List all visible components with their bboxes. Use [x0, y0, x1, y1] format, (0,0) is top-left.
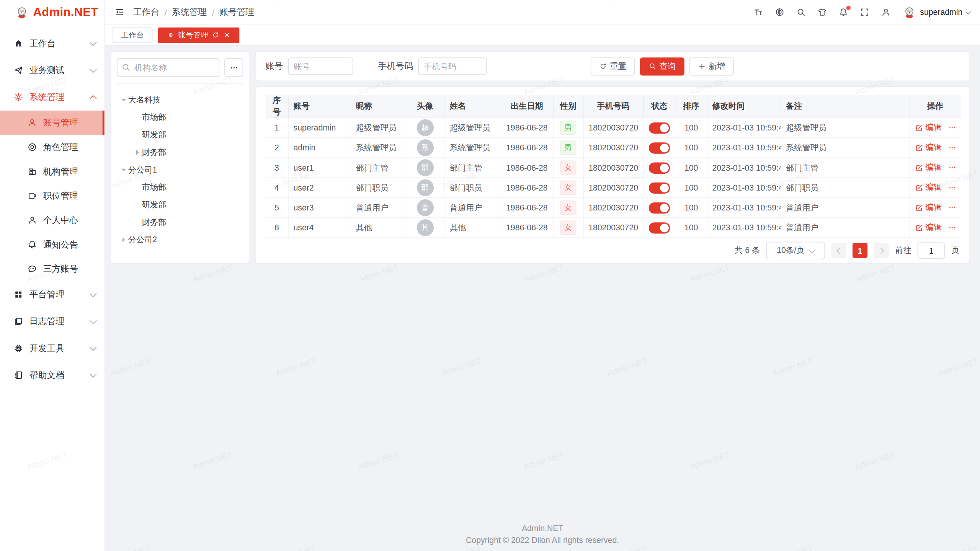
- language-icon-button[interactable]: [775, 8, 784, 17]
- sidebar-item[interactable]: 帮助文档: [0, 362, 105, 388]
- edit-button[interactable]: 编辑: [915, 202, 941, 213]
- sidebar-subitem[interactable]: 机构管理: [0, 159, 105, 184]
- next-page-button[interactable]: [874, 243, 889, 258]
- edit-button[interactable]: 编辑: [915, 222, 941, 233]
- cell-actions: 编辑: [910, 158, 961, 178]
- sidebar-item[interactable]: 业务测试: [0, 57, 105, 84]
- tree-node[interactable]: 分公司2: [117, 231, 243, 249]
- account-label: 账号: [266, 60, 283, 72]
- account-input[interactable]: [288, 57, 353, 75]
- footer-copyright: Copyright © 2022 Dilon All rights reserv…: [105, 534, 980, 546]
- sidebar-item-label: 系统管理: [29, 91, 91, 103]
- cell-actions: 编辑: [910, 218, 961, 238]
- tab-item[interactable]: 工作台: [113, 27, 152, 43]
- org-more-button[interactable]: [224, 58, 243, 77]
- row-more-button[interactable]: [948, 204, 956, 212]
- sidebar-subitem[interactable]: 三方账号: [0, 257, 105, 281]
- cell-status: [643, 118, 676, 138]
- column-header-remark: 备注: [781, 95, 909, 118]
- collapse-sidebar-icon[interactable]: [115, 8, 124, 17]
- tree-node[interactable]: 分公司1: [117, 161, 243, 179]
- sidebar-subitem-label: 角色管理: [43, 142, 78, 153]
- tree-node[interactable]: 研发部: [117, 126, 243, 144]
- sidebar-item[interactable]: 平台管理: [0, 281, 105, 308]
- column-header-phone: 手机号码: [583, 95, 643, 118]
- sidebar-subitem[interactable]: 通知公告: [0, 232, 105, 257]
- tree-node-label: 分公司2: [128, 234, 157, 245]
- sidebar-subitem[interactable]: 角色管理: [0, 135, 105, 160]
- close-icon[interactable]: [223, 31, 231, 39]
- page-number-current[interactable]: 1: [853, 243, 867, 258]
- add-button[interactable]: 新增: [689, 57, 734, 75]
- caret-closed-icon[interactable]: [119, 236, 128, 245]
- breadcrumb-item[interactable]: 工作台: [133, 7, 160, 18]
- sidebar-subitem[interactable]: 账号管理: [0, 111, 105, 135]
- tab-active[interactable]: 账号管理: [158, 27, 239, 43]
- sidebar-subitem[interactable]: 职位管理: [0, 184, 105, 208]
- row-more-button[interactable]: [948, 143, 956, 152]
- tree-node[interactable]: 市场部: [117, 109, 243, 126]
- table-row: 3user1部门主管部部门主管1986-06-28女18020030720100…: [266, 158, 961, 178]
- bell-icon: [28, 240, 37, 249]
- app-window: Admin.NET 工作台业务测试系统管理账号管理角色管理机构管理职位管理个人中…: [0, 0, 980, 551]
- breadcrumb-item[interactable]: 系统管理: [172, 7, 207, 18]
- search-icon-button[interactable]: [796, 8, 805, 17]
- tree-node[interactable]: 财务部: [117, 144, 243, 161]
- cell-phone: 18020030720: [583, 198, 643, 218]
- tree-node[interactable]: 大名科技: [117, 91, 243, 109]
- phone-input[interactable]: [418, 57, 487, 75]
- sidebar-item[interactable]: 日志管理: [0, 308, 105, 335]
- sidebar-item[interactable]: 系统管理: [0, 84, 105, 111]
- table-row: 2admin系统管理员系系统管理员1986-06-28男180200307201…: [266, 138, 961, 158]
- edit-button[interactable]: 编辑: [915, 122, 941, 133]
- breadcrumb-item[interactable]: 账号管理: [219, 7, 254, 18]
- tree-node[interactable]: 市场部: [117, 179, 243, 196]
- fullscreen-icon-button[interactable]: [860, 8, 869, 17]
- org-tree-toolbar: [117, 58, 243, 84]
- sidebar-subitem-label: 三方账号: [43, 263, 78, 274]
- row-more-button[interactable]: [948, 223, 956, 231]
- cell-birthdate: 1986-06-28: [501, 218, 553, 238]
- status-toggle[interactable]: [649, 202, 670, 213]
- caret-open-icon[interactable]: [119, 96, 128, 104]
- status-toggle[interactable]: [649, 142, 670, 153]
- page-label: 页: [951, 245, 959, 256]
- sidebar-subitem[interactable]: 个人中心: [0, 208, 105, 233]
- status-toggle[interactable]: [649, 222, 670, 233]
- row-more-button[interactable]: [948, 163, 956, 171]
- theme-shirt-icon-button[interactable]: [818, 8, 827, 17]
- cell-name: 其他: [444, 218, 501, 238]
- total-count: 共 6 条: [735, 245, 760, 256]
- status-toggle[interactable]: [649, 122, 670, 133]
- font-size-icon-button[interactable]: [754, 8, 763, 17]
- avatar: 部: [416, 159, 433, 176]
- prev-page-button[interactable]: [831, 243, 846, 258]
- reset-button[interactable]: 重置: [591, 57, 635, 75]
- cell-gender: 男: [553, 118, 583, 138]
- user-menu[interactable]: superadmin: [903, 5, 970, 19]
- tree-node[interactable]: 研发部: [117, 196, 243, 214]
- row-more-button[interactable]: [948, 184, 956, 192]
- status-toggle[interactable]: [649, 162, 670, 173]
- search-button[interactable]: 查询: [640, 57, 684, 75]
- edit-button[interactable]: 编辑: [915, 142, 941, 153]
- column-header-status: 状态: [643, 95, 676, 118]
- sidebar-item[interactable]: 工作台: [0, 30, 105, 57]
- page-size-value: 10条/页: [777, 245, 804, 256]
- goto-page-input[interactable]: [918, 242, 945, 258]
- reset-label: 重置: [610, 60, 626, 72]
- bell-icon-button[interactable]: [839, 8, 848, 17]
- edit-button[interactable]: 编辑: [915, 182, 941, 193]
- tree-node[interactable]: 财务部: [117, 214, 243, 231]
- org-search-input[interactable]: [117, 58, 219, 77]
- caret-open-icon[interactable]: [119, 166, 128, 174]
- page-size-select[interactable]: 10条/页: [766, 242, 825, 259]
- caret-closed-icon[interactable]: [133, 148, 142, 157]
- person-icon-button[interactable]: [881, 8, 890, 17]
- sidebar-item[interactable]: 开发工具: [0, 335, 105, 362]
- row-more-button[interactable]: [948, 124, 956, 132]
- header-actions: superadmin: [754, 5, 970, 19]
- status-toggle[interactable]: [649, 182, 670, 193]
- edit-button[interactable]: 编辑: [915, 162, 941, 173]
- refresh-icon[interactable]: [212, 31, 219, 39]
